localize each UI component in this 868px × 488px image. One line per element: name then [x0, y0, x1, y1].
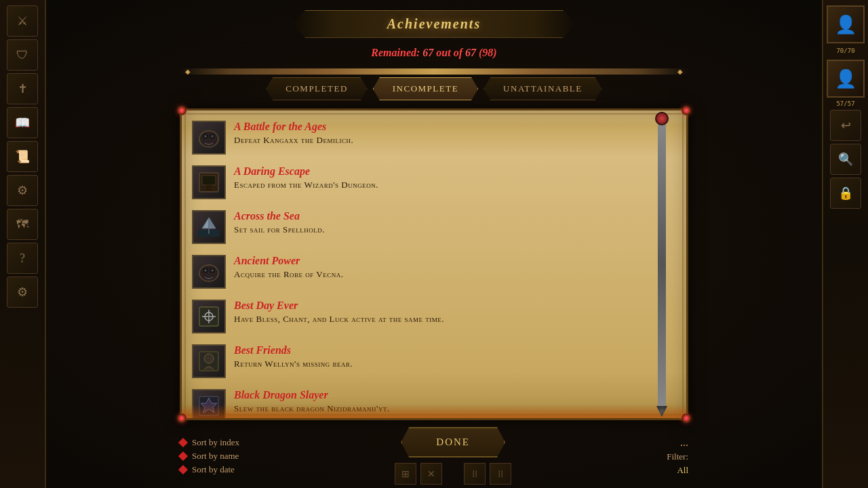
achievement-text-2: A Daring Escape Escaped from the Wizard'…: [234, 165, 673, 190]
achievement-text-1: A Battle for the Ages Defeat Kangaxx the…: [234, 121, 673, 146]
sidebar-icon-search[interactable]: 🔍: [830, 144, 861, 175]
sidebar-icon-back[interactable]: ↩: [830, 110, 861, 141]
achievement-text-5: Best Day Ever Have Bless, Chant, and Luc…: [234, 300, 673, 325]
page-title: Achievements: [387, 16, 481, 32]
achievement-item[interactable]: Best Day Ever Have Bless, Chant, and Luc…: [192, 300, 673, 333]
corner-gem-tl: [177, 106, 186, 115]
sort-by-date[interactable]: Sort by date: [180, 464, 239, 475]
scrollbar-spine[interactable]: [658, 117, 666, 411]
achievement-name-6: Best Friends: [234, 344, 673, 357]
hp-display-2: 57/57: [836, 100, 854, 107]
sort-by-index[interactable]: Sort by index: [180, 437, 239, 448]
sidebar-icon-book[interactable]: 📖: [7, 107, 38, 138]
hp-display-1: 70/70: [836, 47, 854, 54]
tab-unattainable[interactable]: UNATTAINABLE: [484, 77, 602, 100]
achievement-desc-5: Have Bless, Chant, and Luck active at th…: [234, 314, 673, 325]
achievement-text-4: Ancient Power Acquire the Robe of Vecna.: [234, 255, 673, 280]
achievement-icon-4: [192, 255, 226, 289]
bottom-icon-dots[interactable]: ⁞⁞: [464, 463, 486, 485]
achievement-name-2: A Daring Escape: [234, 165, 673, 178]
achievement-name-5: Best Day Ever: [234, 300, 673, 312]
sidebar-icon-map[interactable]: 🗺: [7, 209, 38, 240]
tab-group: COMPLETED INCOMPLETE UNATTAINABLE: [266, 77, 601, 100]
decorative-line-top: [180, 68, 688, 75]
sidebar-icon-cross[interactable]: ✝: [7, 73, 38, 104]
title-bar: Achievements: [292, 10, 576, 38]
main-content: Achievements Remained: 67 out of 67 (98)…: [46, 0, 822, 488]
achievement-desc-4: Acquire the Robe of Vecna.: [234, 269, 673, 280]
achievement-text-6: Best Friends Return Wellyn's missing bea…: [234, 344, 673, 369]
tab-incomplete[interactable]: INCOMPLETE: [373, 77, 478, 100]
remained-stats: Remained: 67 out of 67 (98): [371, 47, 496, 59]
filter-section: ... Filter: All: [667, 436, 688, 476]
achievement-name-1: A Battle for the Ages: [234, 121, 673, 133]
sidebar-icon-scroll[interactable]: 📜: [7, 141, 38, 172]
sidebar-icon-lock[interactable]: 🔒: [830, 178, 861, 209]
sidebar-left: ⚔ 🛡 ✝ 📖 📜 ⚙ 🗺 ? ⚙: [0, 0, 46, 488]
character-portrait-1[interactable]: 👤: [827, 5, 865, 43]
achievement-desc-2: Escaped from the Wizard's Dungeon.: [234, 180, 673, 190]
sidebar-icon-question[interactable]: ?: [7, 243, 38, 274]
achievement-item[interactable]: A Battle for the Ages Defeat Kangaxx the…: [192, 121, 673, 155]
achievement-item[interactable]: Best Friends Return Wellyn's missing bea…: [192, 344, 673, 378]
svg-point-3: [205, 136, 207, 138]
flame-decoration: [182, 405, 686, 418]
bottom-icon-row: ⊞ ✕ ⁞⁞ ⁞⁞: [395, 463, 511, 485]
achievement-list: A Battle for the Ages Defeat Kangaxx the…: [182, 110, 686, 418]
svg-rect-7: [206, 185, 212, 190]
filter-value[interactable]: All: [677, 465, 688, 476]
sidebar-icon-shield[interactable]: 🛡: [7, 39, 38, 70]
achievement-icon-1: [192, 121, 226, 155]
svg-point-15: [205, 270, 207, 272]
achievement-name-3: Across the Sea: [234, 210, 673, 222]
corner-gem-tr: [682, 106, 691, 115]
character-portrait-2[interactable]: 👤: [827, 60, 865, 98]
achievement-icon-5: [192, 300, 226, 333]
achievement-icon-3: [192, 210, 226, 244]
bottom-icon-dots2[interactable]: ⁞⁞: [490, 463, 511, 485]
achievement-name-7: Black Dragon Slayer: [234, 389, 673, 401]
achievement-item[interactable]: Across the Sea Set sail for Spellhold.: [192, 210, 673, 244]
svg-rect-6: [202, 176, 216, 185]
svg-point-4: [212, 136, 214, 138]
tab-completed[interactable]: COMPLETED: [266, 77, 368, 100]
bottom-bar: Sort by index Sort by name Sort by date …: [180, 420, 688, 488]
done-button[interactable]: DONE: [401, 427, 505, 458]
sidebar-right: 👤 70/70 👤 57/57 ↩ 🔍 🔒: [822, 0, 868, 488]
bottom-icon-grid[interactable]: ⊞: [395, 463, 416, 485]
sort-index-label: Sort by index: [192, 437, 239, 448]
svg-point-22: [204, 354, 214, 363]
achievement-desc-3: Set sail for Spellhold.: [234, 224, 673, 235]
sort-diamond-date: [178, 464, 188, 474]
achievement-icon-6: [192, 344, 226, 378]
sidebar-icon-settings[interactable]: ⚙: [7, 277, 38, 308]
filter-more-button[interactable]: ...: [680, 436, 688, 449]
sort-date-label: Sort by date: [192, 464, 235, 475]
sort-diamond-index: [178, 437, 188, 447]
achievement-item[interactable]: A Daring Escape Escaped from the Wizard'…: [192, 165, 673, 199]
sidebar-icon-sword[interactable]: ⚔: [7, 5, 38, 37]
achievement-desc-6: Return Wellyn's missing bear.: [234, 359, 673, 369]
corner-gem-bl: [177, 413, 186, 423]
sort-by-name[interactable]: Sort by name: [180, 451, 239, 462]
achievement-text-3: Across the Sea Set sail for Spellhold.: [234, 210, 673, 235]
achievement-icon-2: [192, 165, 226, 199]
achievement-item[interactable]: Ancient Power Acquire the Robe of Vecna.: [192, 255, 673, 289]
bottom-icon-cross[interactable]: ✕: [420, 463, 442, 485]
svg-point-16: [212, 270, 214, 272]
achievement-desc-1: Defeat Kangaxx the Demilich.: [234, 135, 673, 146]
sort-diamond-name: [178, 451, 188, 460]
achievement-name-4: Ancient Power: [234, 255, 673, 267]
achievement-scroll: A Battle for the Ages Defeat Kangaxx the…: [180, 108, 688, 420]
sidebar-icon-gear[interactable]: ⚙: [7, 175, 38, 206]
filter-label: Filter:: [667, 451, 688, 462]
sort-options: Sort by index Sort by name Sort by date: [180, 437, 239, 475]
corner-gem-br: [682, 413, 691, 423]
sort-name-label: Sort by name: [192, 451, 239, 462]
